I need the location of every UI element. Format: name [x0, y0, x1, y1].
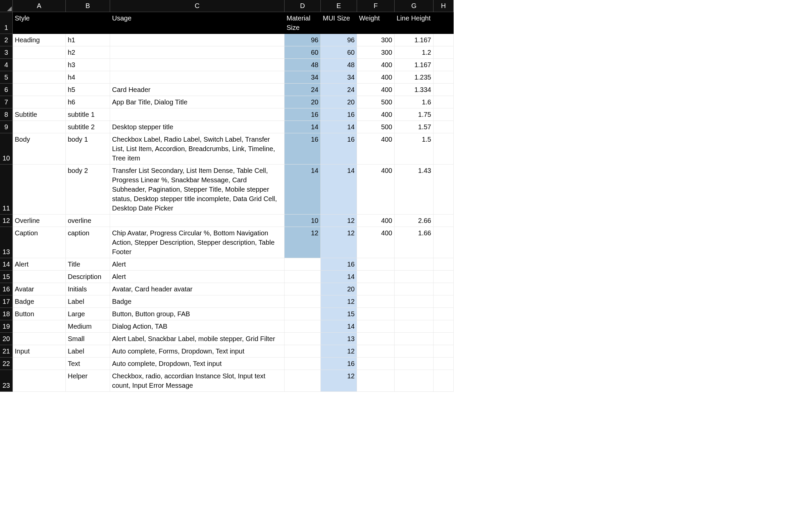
cell-23-H[interactable]	[434, 370, 454, 392]
cell-12-A[interactable]: Overline	[13, 215, 66, 227]
cell-14-F[interactable]	[357, 258, 395, 271]
cell-7-D[interactable]: 20	[285, 96, 321, 108]
cell-12-C[interactable]	[110, 215, 285, 227]
cell-16-E[interactable]: 20	[321, 283, 357, 295]
cell-1-E[interactable]: MUI Size	[321, 12, 357, 34]
column-header-E[interactable]: E	[321, 0, 357, 12]
cell-1-D[interactable]: Material Size	[285, 12, 321, 34]
cell-7-G[interactable]: 1.6	[395, 96, 434, 108]
cell-23-A[interactable]	[13, 370, 66, 392]
cell-21-H[interactable]	[434, 345, 454, 357]
cell-12-G[interactable]: 2.66	[395, 215, 434, 227]
cell-16-A[interactable]: Avatar	[13, 283, 66, 295]
cell-3-C[interactable]	[110, 46, 285, 59]
cell-15-C[interactable]: Alert	[110, 271, 285, 283]
cell-18-E[interactable]: 15	[321, 308, 357, 320]
cell-14-A[interactable]: Alert	[13, 258, 66, 271]
cell-17-C[interactable]: Badge	[110, 295, 285, 308]
cell-11-C[interactable]: Transfer List Secondary, List Item Dense…	[110, 164, 285, 215]
row-header-1[interactable]: 1	[0, 12, 13, 34]
row-header-18[interactable]: 18	[0, 308, 13, 320]
cell-12-E[interactable]: 12	[321, 215, 357, 227]
cell-18-C[interactable]: Button, Button group, FAB	[110, 308, 285, 320]
cell-4-A[interactable]	[13, 59, 66, 71]
cell-6-G[interactable]: 1.334	[395, 84, 434, 96]
row-header-21[interactable]: 21	[0, 345, 13, 357]
cell-15-F[interactable]	[357, 271, 395, 283]
cell-9-F[interactable]: 500	[357, 121, 395, 133]
cell-1-G[interactable]: Line Height	[395, 12, 434, 34]
cell-11-H[interactable]	[434, 164, 454, 215]
cell-13-D[interactable]: 12	[285, 227, 321, 258]
cell-6-B[interactable]: h5	[66, 84, 110, 96]
cell-2-C[interactable]	[110, 34, 285, 46]
cell-23-C[interactable]: Checkbox, radio, accordian Instance Slot…	[110, 370, 285, 392]
cell-19-E[interactable]: 14	[321, 320, 357, 333]
cell-4-H[interactable]	[434, 59, 454, 71]
cell-2-F[interactable]: 300	[357, 34, 395, 46]
spreadsheet-grid[interactable]: ABCDEFGH1StyleUsageMaterial SizeMUI Size…	[0, 0, 454, 392]
cell-8-D[interactable]: 16	[285, 108, 321, 121]
cell-2-D[interactable]: 96	[285, 34, 321, 46]
cell-4-E[interactable]: 48	[321, 59, 357, 71]
cell-5-C[interactable]	[110, 71, 285, 84]
cell-16-H[interactable]	[434, 283, 454, 295]
cell-12-F[interactable]: 400	[357, 215, 395, 227]
cell-18-H[interactable]	[434, 308, 454, 320]
cell-3-D[interactable]: 60	[285, 46, 321, 59]
row-header-12[interactable]: 12	[0, 215, 13, 227]
cell-18-F[interactable]	[357, 308, 395, 320]
cell-9-C[interactable]: Desktop stepper title	[110, 121, 285, 133]
cell-13-A[interactable]: Caption	[13, 227, 66, 258]
cell-22-C[interactable]: Auto complete, Dropdown, Text input	[110, 357, 285, 370]
cell-17-D[interactable]	[285, 295, 321, 308]
cell-21-E[interactable]: 12	[321, 345, 357, 357]
cell-20-D[interactable]	[285, 333, 321, 345]
cell-14-E[interactable]: 16	[321, 258, 357, 271]
cell-1-H[interactable]	[434, 12, 454, 34]
cell-14-B[interactable]: Title	[66, 258, 110, 271]
cell-19-F[interactable]	[357, 320, 395, 333]
cell-11-E[interactable]: 14	[321, 164, 357, 215]
cell-3-F[interactable]: 300	[357, 46, 395, 59]
cell-8-B[interactable]: subtitle 1	[66, 108, 110, 121]
row-header-22[interactable]: 22	[0, 357, 13, 370]
cell-20-F[interactable]	[357, 333, 395, 345]
select-all-corner[interactable]	[0, 0, 13, 12]
cell-14-D[interactable]	[285, 258, 321, 271]
cell-1-A[interactable]: Style	[13, 12, 66, 34]
row-header-16[interactable]: 16	[0, 283, 13, 295]
cell-10-F[interactable]: 400	[357, 133, 395, 164]
cell-4-F[interactable]: 400	[357, 59, 395, 71]
cell-10-C[interactable]: Checkbox Label, Radio Label, Switch Labe…	[110, 133, 285, 164]
column-header-D[interactable]: D	[285, 0, 321, 12]
cell-8-C[interactable]	[110, 108, 285, 121]
cell-21-D[interactable]	[285, 345, 321, 357]
cell-8-F[interactable]: 400	[357, 108, 395, 121]
cell-15-A[interactable]	[13, 271, 66, 283]
cell-19-G[interactable]	[395, 320, 434, 333]
cell-17-H[interactable]	[434, 295, 454, 308]
cell-20-A[interactable]	[13, 333, 66, 345]
cell-4-C[interactable]	[110, 59, 285, 71]
cell-21-F[interactable]	[357, 345, 395, 357]
cell-20-B[interactable]: Small	[66, 333, 110, 345]
cell-15-E[interactable]: 14	[321, 271, 357, 283]
cell-11-F[interactable]: 400	[357, 164, 395, 215]
cell-2-B[interactable]: h1	[66, 34, 110, 46]
cell-12-D[interactable]: 10	[285, 215, 321, 227]
cell-10-H[interactable]	[434, 133, 454, 164]
row-header-6[interactable]: 6	[0, 84, 13, 96]
cell-22-D[interactable]	[285, 357, 321, 370]
row-header-5[interactable]: 5	[0, 71, 13, 84]
cell-9-H[interactable]	[434, 121, 454, 133]
cell-23-G[interactable]	[395, 370, 434, 392]
cell-20-E[interactable]: 13	[321, 333, 357, 345]
cell-20-C[interactable]: Alert Label, Snackbar Label, mobile step…	[110, 333, 285, 345]
cell-5-H[interactable]	[434, 71, 454, 84]
cell-7-C[interactable]: App Bar Title, Dialog Title	[110, 96, 285, 108]
cell-19-C[interactable]: Dialog Action, TAB	[110, 320, 285, 333]
cell-14-H[interactable]	[434, 258, 454, 271]
column-header-G[interactable]: G	[395, 0, 434, 12]
row-header-3[interactable]: 3	[0, 46, 13, 59]
